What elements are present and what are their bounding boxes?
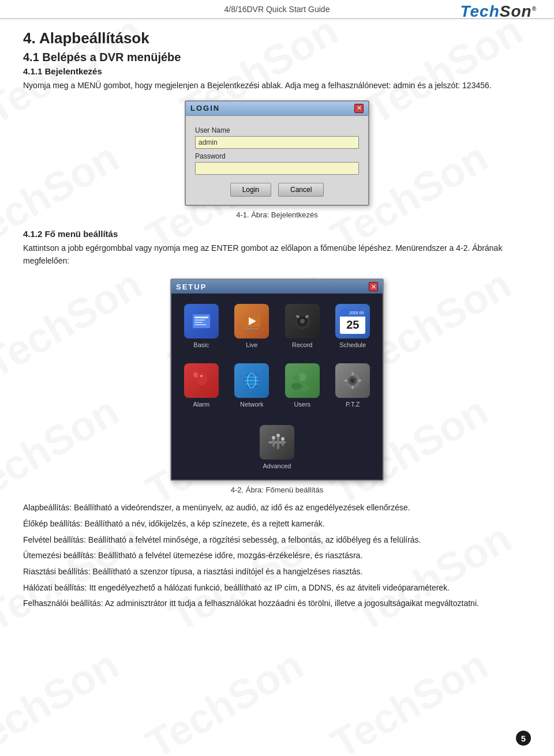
setup-item-basic[interactable]: Basic <box>176 299 227 353</box>
advanced-icon <box>260 425 294 460</box>
login-titlebar: LOGIN ✕ <box>186 101 368 116</box>
cancel-button[interactable]: Cancel <box>278 183 324 197</box>
svg-rect-14 <box>200 386 203 388</box>
svg-point-28 <box>350 378 355 383</box>
alarm-icon <box>184 363 219 398</box>
setup-item-users[interactable]: Users <box>277 359 328 412</box>
svg-point-25 <box>291 383 302 390</box>
ptz-label: P.T.Z <box>346 401 360 408</box>
paragraph-6: Ütemezési beállítás: Beállítható a felvé… <box>23 550 531 562</box>
svg-point-37 <box>272 436 275 439</box>
login-dialog-body: User Name Password Login Cancel <box>186 116 368 205</box>
basic-icon <box>184 304 219 338</box>
page-header: 4/8/16DVR Quick Start Guide TechSon® <box>0 0 554 19</box>
advanced-label: Advanced <box>263 462 291 469</box>
paragraph-8: Hálózati beállítás: Itt engedélyezhető a… <box>23 582 531 595</box>
svg-rect-4 <box>194 324 206 325</box>
record-icon <box>285 304 320 338</box>
fig1-caption: 4-1. Ábra: Bejelentkezés <box>23 209 531 221</box>
login-dialog-buttons: Login Cancel <box>195 183 359 197</box>
paragraph-3: Alapbeállítás: Beállítható a videórendsz… <box>23 502 531 514</box>
users-icon <box>285 363 320 398</box>
main-content: 4. Alapbeállítások 4.1 Belépés a DVR men… <box>0 19 554 631</box>
svg-rect-3 <box>194 322 203 323</box>
svg-rect-30 <box>351 386 354 389</box>
svg-point-38 <box>276 434 280 437</box>
setup-titlebar: SETUP ✕ <box>171 280 383 294</box>
svg-rect-29 <box>351 372 354 375</box>
login-button[interactable]: Login <box>230 183 271 197</box>
calendar-month: 2009 09 <box>340 309 365 317</box>
network-icon <box>234 363 269 398</box>
setup-item-schedule[interactable]: 2009 09 25 Schedule <box>328 299 379 353</box>
header-title: 4/8/16DVR Quick Start Guide <box>17 5 537 14</box>
fig2-caption: 4-2. Ábra: Főmenü beállítás <box>23 484 531 496</box>
svg-rect-7 <box>245 328 259 329</box>
setup-dialog-container: SETUP ✕ <box>23 279 531 481</box>
schedule-icon: 2009 09 25 <box>335 304 370 338</box>
svg-point-24 <box>294 375 300 381</box>
login-dialog-title: LOGIN <box>190 104 220 112</box>
setup-menu-row1: Basic Live <box>171 294 383 359</box>
calendar-day: 25 <box>340 318 365 332</box>
svg-rect-35 <box>277 435 279 449</box>
live-label: Live <box>246 341 257 348</box>
paragraph-2: Kattintson a jobb egérgombbal vagy nyomj… <box>23 242 531 267</box>
svg-rect-1 <box>194 317 208 318</box>
setup-item-advanced[interactable]: Advanced <box>257 420 297 474</box>
alarm-label: Alarm <box>193 401 209 408</box>
section-heading-4-1: 4.1 Belépés a DVR menüjébe <box>23 51 531 64</box>
record-label: Record <box>292 341 312 348</box>
login-close-button[interactable]: ✕ <box>354 104 364 113</box>
svg-rect-31 <box>344 379 347 382</box>
svg-rect-32 <box>358 379 361 382</box>
username-input[interactable] <box>195 136 359 149</box>
svg-point-39 <box>281 437 285 441</box>
svg-point-15 <box>200 375 203 377</box>
ptz-icon <box>335 363 370 398</box>
section-heading-4: 4. Alapbeállítások <box>23 29 531 47</box>
logo: TechSon® <box>460 2 537 21</box>
paragraph-7: Riasztási beállítás: Beállítható a szenz… <box>23 566 531 578</box>
paragraph-5: Felvétel beállítás: Beállítható a felvét… <box>23 534 531 547</box>
setup-menu-row2: Alarm Network <box>171 359 383 418</box>
paragraph-9: Felhasználói beállítás: Az adminisztráto… <box>23 597 531 610</box>
live-icon <box>234 304 269 338</box>
setup-close-button[interactable]: ✕ <box>369 282 378 291</box>
svg-rect-0 <box>193 314 210 328</box>
password-label: Password <box>195 152 359 160</box>
svg-point-22 <box>298 373 306 381</box>
section-heading-4-1-2: 4.1.2 Fő menü beállítás <box>23 229 531 239</box>
username-label: User Name <box>195 126 359 134</box>
setup-dialog-title: SETUP <box>176 283 207 291</box>
setup-dialog: SETUP ✕ <box>170 279 384 481</box>
login-dialog-container: LOGIN ✕ User Name Password Login Cancel <box>23 100 531 206</box>
basic-label: Basic <box>193 341 209 348</box>
paragraph-1: Nyomja meg a MENÜ gombot, hogy megjelenj… <box>23 80 531 92</box>
svg-point-10 <box>300 319 305 324</box>
schedule-label: Schedule <box>339 341 366 348</box>
svg-rect-2 <box>194 319 205 321</box>
setup-item-live[interactable]: Live <box>227 299 278 353</box>
users-label: Users <box>294 401 310 408</box>
network-label: Network <box>240 401 263 408</box>
paragraph-4: Élőkép beállítás: Beállítható a név, idő… <box>23 518 531 531</box>
setup-item-alarm[interactable]: Alarm <box>176 359 227 412</box>
setup-item-record[interactable]: Record <box>277 299 328 353</box>
setup-menu-row3: Advanced <box>171 418 383 480</box>
setup-item-network[interactable]: Network <box>227 359 278 412</box>
setup-item-ptz[interactable]: P.T.Z <box>328 359 379 412</box>
section-heading-4-1-1: 4.1.1 Bejelentkezés <box>23 66 531 76</box>
password-input[interactable] <box>195 162 359 175</box>
page-number: 5 <box>516 731 531 746</box>
login-dialog: LOGIN ✕ User Name Password Login Cancel <box>185 100 369 206</box>
